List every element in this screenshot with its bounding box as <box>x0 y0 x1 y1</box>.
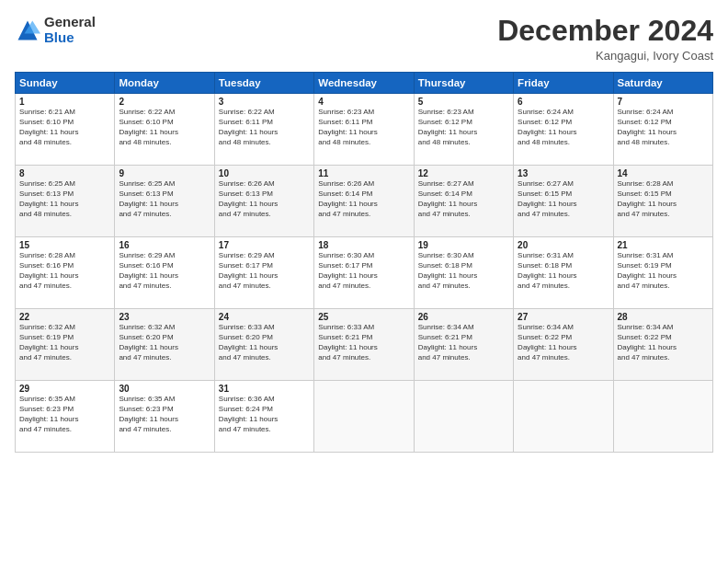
day-number: 11 <box>318 168 409 178</box>
day-number: 16 <box>119 240 210 250</box>
day-number: 1 <box>19 97 110 107</box>
day-number: 27 <box>518 312 609 322</box>
calendar-cell: 7Sunrise: 6:24 AMSunset: 6:12 PMDaylight… <box>613 94 712 166</box>
col-friday: Friday <box>514 73 613 94</box>
cell-daylight-info: Sunrise: 6:24 AMSunset: 6:12 PMDaylight:… <box>518 108 609 147</box>
day-number: 10 <box>219 168 310 178</box>
day-number: 14 <box>618 168 709 178</box>
calendar-week-row-1: 1Sunrise: 6:21 AMSunset: 6:10 PMDaylight… <box>16 94 713 166</box>
calendar-week-row-4: 22Sunrise: 6:32 AMSunset: 6:19 PMDayligh… <box>16 309 713 381</box>
calendar-cell: 11Sunrise: 6:26 AMSunset: 6:14 PMDayligh… <box>314 166 414 237</box>
cell-daylight-info: Sunrise: 6:34 AMSunset: 6:21 PMDaylight:… <box>418 323 509 362</box>
day-number: 8 <box>19 168 110 178</box>
calendar-cell: 15Sunrise: 6:28 AMSunset: 6:16 PMDayligh… <box>16 237 115 309</box>
calendar-cell: 6Sunrise: 6:24 AMSunset: 6:12 PMDaylight… <box>514 94 613 166</box>
cell-daylight-info: Sunrise: 6:35 AMSunset: 6:23 PMDaylight:… <box>19 395 110 434</box>
day-number: 22 <box>19 312 110 322</box>
cell-daylight-info: Sunrise: 6:30 AMSunset: 6:17 PMDaylight:… <box>318 251 409 291</box>
day-number: 26 <box>418 312 509 322</box>
logo-icon <box>15 17 40 43</box>
day-number: 18 <box>318 240 409 250</box>
cell-daylight-info: Sunrise: 6:30 AMSunset: 6:18 PMDaylight:… <box>418 251 509 291</box>
calendar-cell: 27Sunrise: 6:34 AMSunset: 6:22 PMDayligh… <box>514 309 613 381</box>
calendar-cell: 5Sunrise: 6:23 AMSunset: 6:12 PMDaylight… <box>414 94 513 166</box>
day-number: 2 <box>119 97 210 107</box>
calendar-table: Sunday Monday Tuesday Wednesday Thursday… <box>15 72 713 453</box>
cell-daylight-info: Sunrise: 6:35 AMSunset: 6:23 PMDaylight:… <box>119 395 210 434</box>
calendar-cell: 9Sunrise: 6:25 AMSunset: 6:13 PMDaylight… <box>115 166 214 237</box>
logo-text: General Blue <box>44 15 96 45</box>
day-number: 20 <box>518 240 609 250</box>
cell-daylight-info: Sunrise: 6:29 AMSunset: 6:17 PMDaylight:… <box>219 251 310 291</box>
logo-blue-text: Blue <box>44 30 96 46</box>
logo-general-text: General <box>44 15 96 30</box>
cell-daylight-info: Sunrise: 6:22 AMSunset: 6:10 PMDaylight:… <box>119 108 210 147</box>
day-number: 19 <box>418 240 509 250</box>
cell-daylight-info: Sunrise: 6:24 AMSunset: 6:12 PMDaylight:… <box>618 108 709 147</box>
col-tuesday: Tuesday <box>214 73 313 94</box>
day-number: 7 <box>618 97 709 107</box>
calendar-cell: 22Sunrise: 6:32 AMSunset: 6:19 PMDayligh… <box>16 309 115 381</box>
day-number: 17 <box>219 240 310 250</box>
calendar-cell: 20Sunrise: 6:31 AMSunset: 6:18 PMDayligh… <box>514 237 613 309</box>
header: General Blue December 2024 Kangagui, Ivo… <box>15 15 713 63</box>
col-wednesday: Wednesday <box>314 73 414 94</box>
calendar-cell: 12Sunrise: 6:27 AMSunset: 6:14 PMDayligh… <box>414 166 513 237</box>
day-number: 9 <box>119 168 210 178</box>
calendar-cell: 16Sunrise: 6:29 AMSunset: 6:16 PMDayligh… <box>115 237 214 309</box>
calendar-week-row-2: 8Sunrise: 6:25 AMSunset: 6:13 PMDaylight… <box>16 166 713 237</box>
calendar-cell: 2Sunrise: 6:22 AMSunset: 6:10 PMDaylight… <box>115 94 214 166</box>
cell-daylight-info: Sunrise: 6:36 AMSunset: 6:24 PMDaylight:… <box>219 395 310 434</box>
cell-daylight-info: Sunrise: 6:21 AMSunset: 6:10 PMDaylight:… <box>19 108 110 147</box>
calendar-cell: 18Sunrise: 6:30 AMSunset: 6:17 PMDayligh… <box>314 237 414 309</box>
day-number: 24 <box>219 312 310 322</box>
calendar-cell: 21Sunrise: 6:31 AMSunset: 6:19 PMDayligh… <box>613 237 712 309</box>
calendar-cell: 3Sunrise: 6:22 AMSunset: 6:11 PMDaylight… <box>214 94 313 166</box>
calendar-cell: 26Sunrise: 6:34 AMSunset: 6:21 PMDayligh… <box>414 309 513 381</box>
cell-daylight-info: Sunrise: 6:26 AMSunset: 6:14 PMDaylight:… <box>318 179 409 219</box>
month-title: December 2024 <box>497 15 713 47</box>
cell-daylight-info: Sunrise: 6:34 AMSunset: 6:22 PMDaylight:… <box>518 323 609 362</box>
calendar-cell: 19Sunrise: 6:30 AMSunset: 6:18 PMDayligh… <box>414 237 513 309</box>
day-number: 3 <box>219 97 310 107</box>
col-sunday: Sunday <box>16 73 115 94</box>
calendar-cell: 8Sunrise: 6:25 AMSunset: 6:13 PMDaylight… <box>16 166 115 237</box>
day-number: 28 <box>618 312 709 322</box>
calendar-cell <box>514 381 613 453</box>
cell-daylight-info: Sunrise: 6:29 AMSunset: 6:16 PMDaylight:… <box>119 251 210 291</box>
calendar-week-row-3: 15Sunrise: 6:28 AMSunset: 6:16 PMDayligh… <box>16 237 713 309</box>
cell-daylight-info: Sunrise: 6:23 AMSunset: 6:12 PMDaylight:… <box>418 108 509 147</box>
cell-daylight-info: Sunrise: 6:26 AMSunset: 6:13 PMDaylight:… <box>219 179 310 219</box>
calendar-cell <box>613 381 712 453</box>
col-monday: Monday <box>115 73 214 94</box>
day-number: 5 <box>418 97 509 107</box>
calendar-cell: 10Sunrise: 6:26 AMSunset: 6:13 PMDayligh… <box>214 166 313 237</box>
cell-daylight-info: Sunrise: 6:32 AMSunset: 6:19 PMDaylight:… <box>19 323 110 362</box>
cell-daylight-info: Sunrise: 6:33 AMSunset: 6:21 PMDaylight:… <box>318 323 409 362</box>
calendar-cell: 30Sunrise: 6:35 AMSunset: 6:23 PMDayligh… <box>115 381 214 453</box>
calendar-cell: 14Sunrise: 6:28 AMSunset: 6:15 PMDayligh… <box>613 166 712 237</box>
cell-daylight-info: Sunrise: 6:31 AMSunset: 6:19 PMDaylight:… <box>618 251 709 291</box>
logo: General Blue <box>15 15 96 45</box>
calendar-cell: 4Sunrise: 6:23 AMSunset: 6:11 PMDaylight… <box>314 94 414 166</box>
calendar-week-row-5: 29Sunrise: 6:35 AMSunset: 6:23 PMDayligh… <box>16 381 713 453</box>
cell-daylight-info: Sunrise: 6:28 AMSunset: 6:15 PMDaylight:… <box>618 179 709 219</box>
cell-daylight-info: Sunrise: 6:28 AMSunset: 6:16 PMDaylight:… <box>19 251 110 291</box>
col-saturday: Saturday <box>613 73 712 94</box>
day-number: 4 <box>318 97 409 107</box>
day-number: 31 <box>219 384 310 394</box>
calendar-cell: 28Sunrise: 6:34 AMSunset: 6:22 PMDayligh… <box>613 309 712 381</box>
day-number: 6 <box>518 97 609 107</box>
calendar-cell: 23Sunrise: 6:32 AMSunset: 6:20 PMDayligh… <box>115 309 214 381</box>
cell-daylight-info: Sunrise: 6:23 AMSunset: 6:11 PMDaylight:… <box>318 108 409 147</box>
calendar-cell: 31Sunrise: 6:36 AMSunset: 6:24 PMDayligh… <box>214 381 313 453</box>
title-block: December 2024 Kangagui, Ivory Coast <box>497 15 713 63</box>
cell-daylight-info: Sunrise: 6:34 AMSunset: 6:22 PMDaylight:… <box>618 323 709 362</box>
day-number: 21 <box>618 240 709 250</box>
day-number: 12 <box>418 168 509 178</box>
cell-daylight-info: Sunrise: 6:31 AMSunset: 6:18 PMDaylight:… <box>518 251 609 291</box>
day-number: 23 <box>119 312 210 322</box>
day-number: 25 <box>318 312 409 322</box>
cell-daylight-info: Sunrise: 6:25 AMSunset: 6:13 PMDaylight:… <box>19 179 110 219</box>
page: General Blue December 2024 Kangagui, Ivo… <box>0 0 728 563</box>
